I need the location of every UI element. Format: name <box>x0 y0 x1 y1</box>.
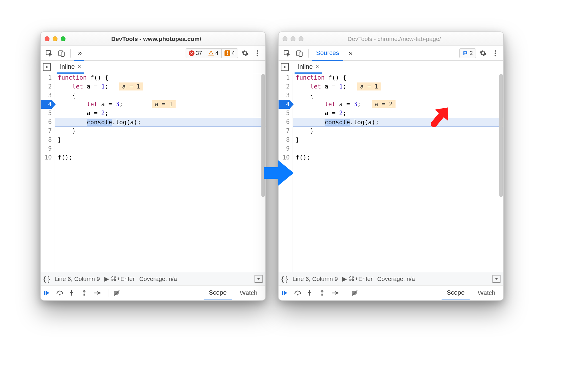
line-number[interactable]: 6 <box>279 118 290 127</box>
code-line[interactable]: { <box>293 91 503 100</box>
tab-sources[interactable]: Sources <box>312 46 343 61</box>
titlebar[interactable]: DevTools - chrome://new-tab-page/ <box>279 32 503 46</box>
code-line[interactable]: function f() { <box>293 73 503 82</box>
navigator-toggle-icon[interactable] <box>281 63 289 71</box>
step-into-icon[interactable] <box>307 290 316 296</box>
device-toggle-icon[interactable] <box>56 48 67 58</box>
more-tabs-icon[interactable]: » <box>345 48 355 58</box>
scrollbar[interactable] <box>499 74 503 197</box>
pretty-print-icon[interactable]: { } <box>43 275 50 283</box>
maximize-icon[interactable] <box>299 36 303 41</box>
line-number[interactable]: 3 <box>279 91 290 100</box>
warnings-badge[interactable]: ⚠ 4 <box>205 49 221 58</box>
code-editor[interactable]: 1 2 3 4 5 6 7 8 9 10 function f() { let … <box>41 73 265 272</box>
line-number[interactable]: 5 <box>279 109 290 118</box>
dropdown-icon[interactable] <box>255 275 263 283</box>
resume-icon[interactable] <box>43 290 53 296</box>
code-line[interactable]: function f() { <box>55 73 265 82</box>
file-tab-inline[interactable]: inline × <box>295 61 322 74</box>
settings-icon[interactable] <box>478 48 488 58</box>
line-number[interactable]: 9 <box>41 144 52 153</box>
code-editor[interactable]: 1 2 3 4 5 6 7 8 9 10 function f() { let … <box>279 73 503 272</box>
inspect-icon[interactable] <box>43 48 54 58</box>
code-line[interactable]: let a = 3; a = 2 <box>293 100 503 109</box>
code-line[interactable]: f(); <box>55 153 265 162</box>
close-icon[interactable] <box>283 36 287 41</box>
device-toggle-icon[interactable] <box>294 48 305 58</box>
code-line[interactable]: a = 2; <box>55 109 265 118</box>
line-number[interactable]: 8 <box>279 135 290 144</box>
line-number[interactable]: 7 <box>279 127 290 135</box>
code-line[interactable]: let a = 1; a = 1 <box>55 82 265 91</box>
run-shortcut: ⌘+Enter <box>349 275 372 282</box>
chat-badge[interactable]: 2 <box>460 49 476 58</box>
line-number[interactable]: 6 <box>41 118 52 127</box>
settings-icon[interactable] <box>240 48 251 58</box>
code-line[interactable]: f(); <box>293 153 503 162</box>
selection: console <box>325 119 350 126</box>
console-badges[interactable]: ✕ 37 ⚠ 4 ! 4 <box>186 48 238 58</box>
code-line[interactable]: let a = 3; a = 1 <box>55 100 265 109</box>
file-tab-inline[interactable]: inline × <box>57 61 84 74</box>
line-gutter[interactable]: 1 2 3 4 5 6 7 8 9 10 <box>41 73 55 272</box>
scope-tab[interactable]: Scope <box>204 286 232 301</box>
code-line[interactable]: } <box>293 127 503 135</box>
code-area[interactable]: function f() { let a = 1; a = 1 { let a … <box>293 73 503 272</box>
titlebar[interactable]: DevTools - www.photopea.com/ <box>41 32 265 46</box>
code-line[interactable]: { <box>55 91 265 100</box>
pretty-print-icon[interactable]: { } <box>281 275 288 283</box>
close-tab-icon[interactable]: × <box>315 63 319 70</box>
console-badges[interactable]: 2 <box>459 48 476 58</box>
code-line[interactable]: } <box>293 135 503 144</box>
code-line[interactable] <box>293 144 503 153</box>
execution-line-marker[interactable]: 4 <box>279 100 290 109</box>
step-over-icon[interactable] <box>56 290 66 296</box>
resume-icon[interactable] <box>281 290 291 296</box>
code-line[interactable]: } <box>55 127 265 135</box>
step-icon[interactable] <box>94 290 104 296</box>
line-number[interactable]: 3 <box>41 91 52 100</box>
run-icon[interactable]: ▶ <box>342 275 347 282</box>
line-number[interactable]: 10 <box>41 153 52 162</box>
deactivate-breakpoints-icon[interactable] <box>351 290 361 296</box>
close-icon[interactable] <box>45 36 49 41</box>
step-over-icon[interactable] <box>294 290 304 296</box>
navigator-toggle-icon[interactable] <box>43 63 51 71</box>
kebab-menu-icon[interactable] <box>490 48 500 58</box>
dropdown-icon[interactable] <box>492 275 500 283</box>
minimize-icon[interactable] <box>291 36 295 41</box>
code-line[interactable]: let a = 1; a = 1 <box>293 82 503 91</box>
step-icon[interactable] <box>332 290 341 296</box>
line-number[interactable]: 1 <box>279 73 290 82</box>
close-tab-icon[interactable]: × <box>78 63 81 70</box>
code-area[interactable]: function f() { let a = 1; a = 1 { let a … <box>55 73 265 272</box>
line-number[interactable]: 8 <box>41 135 52 144</box>
code-line[interactable]: a = 2; <box>293 109 503 118</box>
code-line-highlighted[interactable]: console.log(a); <box>293 118 503 127</box>
line-number[interactable]: 7 <box>41 127 52 135</box>
step-out-icon[interactable] <box>81 290 91 296</box>
minimize-icon[interactable] <box>53 36 57 41</box>
deactivate-breakpoints-icon[interactable] <box>113 290 123 296</box>
kebab-menu-icon[interactable] <box>252 48 263 58</box>
issues-badge[interactable]: ! 4 <box>221 49 238 58</box>
step-out-icon[interactable] <box>319 290 329 296</box>
watch-tab[interactable]: Watch <box>235 285 263 300</box>
inspect-icon[interactable] <box>281 48 292 58</box>
code-line-highlighted[interactable]: console.log(a); <box>55 118 265 127</box>
maximize-icon[interactable] <box>61 36 65 41</box>
errors-badge[interactable]: ✕ 37 <box>186 49 205 58</box>
line-number[interactable]: 2 <box>41 82 52 91</box>
line-number[interactable]: 5 <box>41 109 52 118</box>
execution-line-marker[interactable]: 4 <box>41 100 52 109</box>
code-line[interactable]: } <box>55 135 265 144</box>
line-number[interactable]: 1 <box>41 73 52 82</box>
line-number[interactable]: 9 <box>279 144 290 153</box>
run-icon[interactable]: ▶ <box>104 275 109 282</box>
more-tabs-icon[interactable]: » <box>74 46 84 61</box>
code-line[interactable] <box>55 144 265 153</box>
scope-tab[interactable]: Scope <box>442 286 470 301</box>
step-into-icon[interactable] <box>69 290 78 296</box>
line-number[interactable]: 2 <box>279 82 290 91</box>
watch-tab[interactable]: Watch <box>472 285 500 300</box>
